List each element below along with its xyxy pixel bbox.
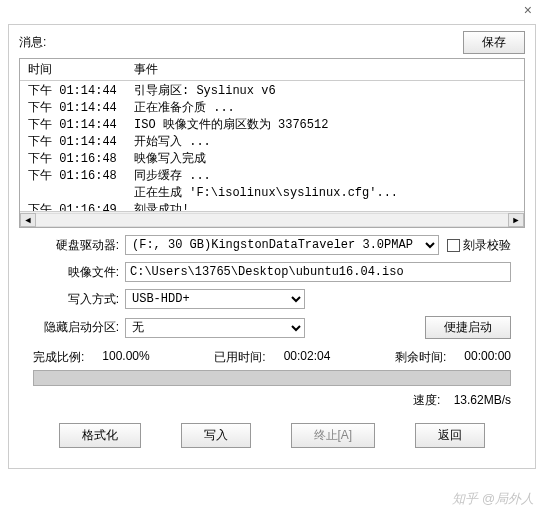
log-time: 下午 01:16:48: [20, 168, 130, 185]
elapsed-value: 00:02:04: [284, 349, 331, 366]
log-event: 映像写入完成: [130, 151, 524, 168]
format-button[interactable]: 格式化: [59, 423, 141, 448]
scroll-left-arrow-icon[interactable]: ◄: [20, 213, 36, 227]
drive-select[interactable]: (F:, 30 GB)KingstonDataTraveler 3.0PMAP: [125, 235, 439, 255]
log-row[interactable]: 下午 01:16:49刻录成功!: [20, 202, 524, 211]
log-event: 引导扇区: Syslinux v6: [130, 83, 524, 100]
col-event-header: 事件: [130, 61, 524, 78]
watermark: 知乎 @局外人: [452, 490, 534, 508]
remain-label: 剩余时间:: [395, 349, 446, 366]
status-row: 完成比例: 100.00% 已用时间: 00:02:04 剩余时间: 00:00…: [33, 349, 511, 366]
log-event: 同步缓存 ...: [130, 168, 524, 185]
horizontal-scrollbar[interactable]: ◄ ►: [20, 211, 524, 227]
back-button[interactable]: 返回: [415, 423, 485, 448]
mode-select[interactable]: USB-HDD+: [125, 289, 305, 309]
scroll-right-arrow-icon[interactable]: ►: [508, 213, 524, 227]
verify-checkbox-wrap[interactable]: 刻录校验: [447, 237, 511, 254]
speed-value: 13.62MB/s: [454, 393, 511, 407]
log-time: 下午 01:16:48: [20, 151, 130, 168]
log-row[interactable]: 下午 01:14:44引导扇区: Syslinux v6: [20, 83, 524, 100]
drive-label: 硬盘驱动器:: [33, 237, 125, 254]
image-label: 映像文件:: [33, 264, 125, 281]
log-row[interactable]: 下午 01:14:44开始写入 ...: [20, 134, 524, 151]
log-row[interactable]: 下午 01:14:44ISO 映像文件的扇区数为 3376512: [20, 117, 524, 134]
log-row[interactable]: 下午 01:16:48同步缓存 ...: [20, 168, 524, 185]
log-row[interactable]: 下午 01:16:48映像写入完成: [20, 151, 524, 168]
progress-bar: [34, 371, 510, 385]
button-row: 格式化 写入 终止[A] 返回: [59, 423, 485, 448]
log-event: 正在生成 'F:\isolinux\syslinux.cfg'...: [130, 185, 524, 202]
abort-button[interactable]: 终止[A]: [291, 423, 376, 448]
image-field[interactable]: [125, 262, 511, 282]
speed-row: 速度: 13.62MB/s: [33, 392, 511, 409]
log-time: 下午 01:16:49: [20, 202, 130, 211]
form: 硬盘驱动器: (F:, 30 GB)KingstonDataTraveler 3…: [33, 235, 511, 339]
speed-label: 速度:: [413, 393, 440, 407]
log-event: 正在准备介质 ...: [130, 100, 524, 117]
conv-boot-button[interactable]: 便捷启动: [425, 316, 511, 339]
col-time-header: 时间: [20, 61, 130, 78]
percent-label: 完成比例:: [33, 349, 84, 366]
log-time: 下午 01:14:44: [20, 134, 130, 151]
verify-checkbox[interactable]: [447, 239, 460, 252]
main-panel: 消息: 保存 时间 事件 下午 01:14:44引导扇区: Syslinux v…: [8, 24, 536, 469]
log-time: [20, 185, 130, 202]
panel-header: 消息: 保存: [19, 31, 525, 54]
log-box: 时间 事件 下午 01:14:44引导扇区: Syslinux v6下午 01:…: [19, 58, 525, 228]
log-time: 下午 01:14:44: [20, 117, 130, 134]
log-time: 下午 01:14:44: [20, 83, 130, 100]
save-button[interactable]: 保存: [463, 31, 525, 54]
percent-value: 100.00%: [102, 349, 149, 366]
hidden-label: 隐藏启动分区:: [33, 319, 125, 336]
hidden-select[interactable]: 无: [125, 318, 305, 338]
log-body[interactable]: 下午 01:14:44引导扇区: Syslinux v6下午 01:14:44正…: [20, 81, 524, 211]
scroll-track[interactable]: [36, 213, 508, 227]
log-row[interactable]: 正在生成 'F:\isolinux\syslinux.cfg'...: [20, 185, 524, 202]
titlebar: ×: [0, 0, 544, 20]
progress-bar-wrap: [33, 370, 511, 386]
log-time: 下午 01:14:44: [20, 100, 130, 117]
log-header: 时间 事件: [20, 59, 524, 81]
close-icon[interactable]: ×: [524, 2, 532, 18]
remain-value: 00:00:00: [464, 349, 511, 366]
elapsed-label: 已用时间:: [214, 349, 265, 366]
mode-label: 写入方式:: [33, 291, 125, 308]
log-row[interactable]: 下午 01:14:44正在准备介质 ...: [20, 100, 524, 117]
msg-label: 消息:: [19, 34, 46, 51]
log-event: ISO 映像文件的扇区数为 3376512: [130, 117, 524, 134]
write-button[interactable]: 写入: [181, 423, 251, 448]
log-event: 刻录成功!: [130, 202, 524, 211]
log-event: 开始写入 ...: [130, 134, 524, 151]
verify-label: 刻录校验: [463, 237, 511, 254]
